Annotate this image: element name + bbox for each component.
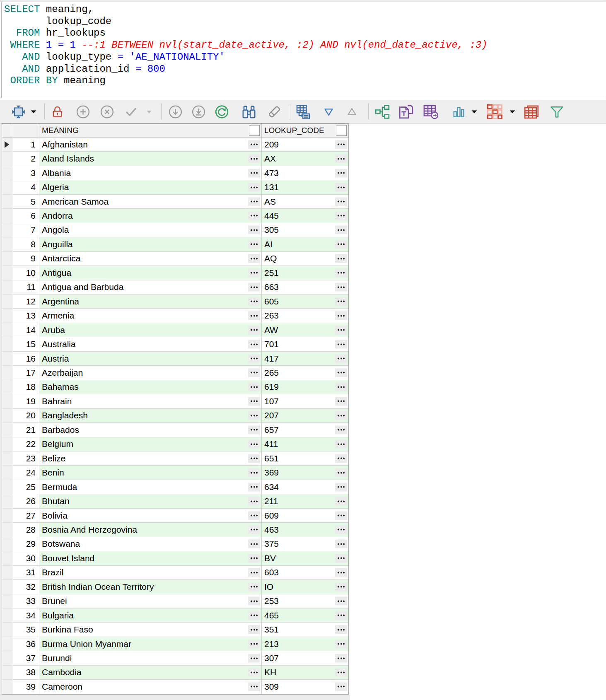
sql-code[interactable]: SELECT meaning, lookup_code FROM hr_look…: [2, 2, 604, 87]
cell-ellipsis-button[interactable]: [248, 340, 260, 349]
grid-cell[interactable]: 634: [262, 480, 348, 494]
chart-button[interactable]: [452, 105, 466, 118]
table-row[interactable]: 5American SamoaAS: [2, 195, 348, 209]
row-number[interactable]: 4: [13, 180, 39, 194]
row-gutter[interactable]: [2, 509, 13, 523]
row-number[interactable]: 22: [13, 437, 39, 451]
table-row[interactable]: 32British Indian Ocean TerritoryIO: [2, 580, 348, 594]
delete-row-button[interactable]: [99, 104, 115, 119]
cell-ellipsis-button[interactable]: [335, 311, 347, 320]
export-grid-button[interactable]: [295, 104, 311, 120]
find-button[interactable]: [241, 104, 257, 120]
cell-ellipsis-button[interactable]: [248, 625, 260, 634]
cell-ellipsis-button[interactable]: [335, 283, 347, 292]
row-gutter[interactable]: [2, 423, 13, 437]
cell-ellipsis-button[interactable]: [248, 425, 260, 434]
row-number[interactable]: 6: [13, 209, 39, 223]
grid-cell[interactable]: Azerbaijan: [39, 366, 262, 380]
structure-view-button[interactable]: [374, 104, 391, 120]
row-number[interactable]: 7: [13, 223, 39, 237]
fetch-next-button[interactable]: [168, 104, 183, 119]
grid-cell[interactable]: Argentina: [39, 294, 262, 309]
grid-cell[interactable]: 609: [262, 509, 348, 523]
row-number[interactable]: 17: [13, 366, 39, 380]
grid-cell[interactable]: 209: [262, 138, 348, 152]
table-row[interactable]: 7Angola305: [2, 223, 348, 237]
table-row[interactable]: 19Bahrain107: [2, 394, 348, 408]
grid-cell[interactable]: AW: [262, 323, 348, 337]
cell-ellipsis-button[interactable]: [335, 440, 347, 449]
grid-cell[interactable]: Afghanistan: [39, 138, 262, 152]
table-row[interactable]: 24Benin369: [2, 466, 348, 480]
grid-cell[interactable]: Bouvet Island: [39, 551, 262, 565]
cell-ellipsis-button[interactable]: [335, 368, 347, 377]
grid-cell[interactable]: Anguilla: [39, 237, 262, 251]
row-number[interactable]: 39: [13, 680, 39, 694]
cell-ellipsis-button[interactable]: [335, 468, 347, 477]
cell-ellipsis-button[interactable]: [335, 383, 347, 391]
cell-ellipsis-button[interactable]: [248, 326, 260, 334]
grid-cell[interactable]: 263: [262, 309, 348, 323]
grid-cell[interactable]: Burkina Faso: [39, 623, 262, 637]
cell-ellipsis-button[interactable]: [335, 397, 347, 406]
cell-ellipsis-button[interactable]: [335, 354, 347, 363]
row-number[interactable]: 30: [13, 551, 39, 565]
table-row[interactable]: 16Austria417: [2, 352, 348, 366]
row-gutter[interactable]: [2, 294, 13, 309]
table-row[interactable]: 13Armenia263: [2, 309, 348, 323]
table-row[interactable]: 17Azerbaijan265: [2, 366, 348, 380]
grid-cell[interactable]: British Indian Ocean Territory: [39, 580, 262, 594]
row-number[interactable]: 20: [13, 409, 39, 423]
cell-ellipsis-button[interactable]: [335, 226, 347, 234]
grid-cell[interactable]: Burundi: [39, 651, 262, 665]
table-row[interactable]: 15Australia701: [2, 337, 348, 351]
grid-cell[interactable]: BV: [262, 551, 348, 565]
filter-button[interactable]: [550, 104, 564, 119]
row-gutter[interactable]: [2, 323, 13, 337]
table-row[interactable]: 30Bouvet IslandBV: [2, 551, 348, 565]
cell-ellipsis-button[interactable]: [248, 640, 260, 648]
row-number[interactable]: 33: [13, 594, 39, 608]
grid-cell[interactable]: 445: [262, 209, 348, 223]
sql-editor[interactable]: SELECT meaning, lookup_code FROM hr_look…: [1, 2, 604, 98]
row-number[interactable]: 25: [13, 480, 39, 494]
cell-ellipsis-button[interactable]: [335, 611, 347, 620]
table-row[interactable]: 31Brazil603: [2, 566, 348, 580]
grid-cell[interactable]: IO: [262, 580, 348, 594]
table-row[interactable]: 27Bolivia609: [2, 509, 348, 523]
cell-ellipsis-button[interactable]: [335, 640, 347, 648]
cell-ellipsis-button[interactable]: [335, 268, 347, 277]
grid-cell[interactable]: 701: [262, 337, 348, 351]
cell-ellipsis-button[interactable]: [248, 354, 260, 363]
grid-cell[interactable]: 305: [262, 223, 348, 237]
grid-cell[interactable]: Cambodia: [39, 666, 262, 680]
lock-button[interactable]: [51, 105, 64, 118]
row-number-header[interactable]: [13, 124, 39, 137]
row-number[interactable]: 15: [13, 337, 39, 351]
grid-cell[interactable]: 369: [262, 466, 348, 480]
row-gutter[interactable]: [2, 437, 13, 451]
table-row[interactable]: 38CambodiaKH: [2, 666, 348, 680]
row-gutter[interactable]: [2, 223, 13, 237]
filter-down-button[interactable]: [323, 106, 335, 118]
duplicate-grid-button[interactable]: [523, 104, 540, 120]
cell-ellipsis-button[interactable]: [248, 654, 260, 663]
row-gutter[interactable]: [2, 594, 13, 608]
row-number[interactable]: 16: [13, 352, 39, 366]
row-number[interactable]: 26: [13, 494, 39, 508]
grid-cell[interactable]: 207: [262, 409, 348, 423]
grid-cell[interactable]: 375: [262, 537, 348, 551]
row-gutter[interactable]: [2, 252, 13, 266]
text-view-button[interactable]: [397, 103, 415, 121]
row-gutter[interactable]: [2, 537, 13, 551]
cell-ellipsis-button[interactable]: [248, 226, 260, 234]
row-gutter[interactable]: [2, 651, 13, 665]
grid-cell[interactable]: Andorra: [39, 209, 262, 223]
row-number[interactable]: 21: [13, 423, 39, 437]
cell-ellipsis-button[interactable]: [248, 211, 260, 220]
table-row[interactable]: 14ArubaAW: [2, 323, 348, 337]
row-gutter[interactable]: [2, 337, 13, 351]
table-row[interactable]: 35Burkina Faso351: [2, 623, 348, 637]
layout-dropdown[interactable]: [509, 110, 516, 114]
grid-cell[interactable]: Bosnia And Herzegovina: [39, 523, 262, 537]
